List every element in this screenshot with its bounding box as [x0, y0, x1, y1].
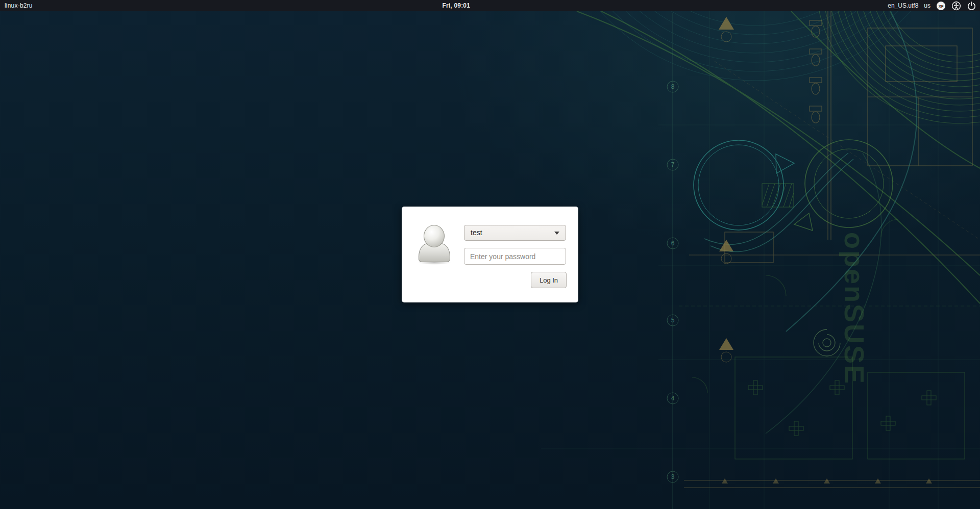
locale-label[interactable]: en_US.utf8	[888, 0, 918, 11]
grid-marker-label: 5	[671, 317, 675, 324]
svg-text:XF: XF	[939, 4, 944, 8]
grid-marker-label: 6	[671, 240, 675, 247]
user-avatar	[418, 225, 451, 265]
wallpaper-brand-text: openSUSE	[839, 232, 870, 385]
keyboard-layout-button[interactable]: us	[924, 0, 930, 11]
grid-marker-label: 7	[671, 161, 675, 168]
top-bar-tray: en_US.utf8 us XF	[888, 0, 976, 11]
grid-marker-label: 4	[671, 395, 675, 402]
password-input[interactable]	[464, 248, 566, 265]
accessibility-icon[interactable]	[951, 1, 961, 11]
login-button[interactable]: Log In	[531, 272, 567, 288]
power-icon[interactable]	[967, 1, 976, 11]
chevron-down-icon	[554, 232, 559, 235]
username-dropdown[interactable]: test	[464, 225, 566, 241]
avatar-head	[424, 225, 445, 247]
clock-label: Fri, 09:01	[442, 0, 470, 11]
grid-marker-label: 3	[671, 473, 675, 480]
session-badge-icon[interactable]: XF	[936, 1, 946, 11]
username-dropdown-value: test	[471, 225, 482, 240]
top-bar: linux-b2ru Fri, 09:01 en_US.utf8 us XF	[0, 0, 980, 11]
hostname-label: linux-b2ru	[5, 0, 33, 11]
login-dialog: test Log In	[402, 207, 578, 302]
grid-marker-label: 8	[671, 83, 675, 90]
